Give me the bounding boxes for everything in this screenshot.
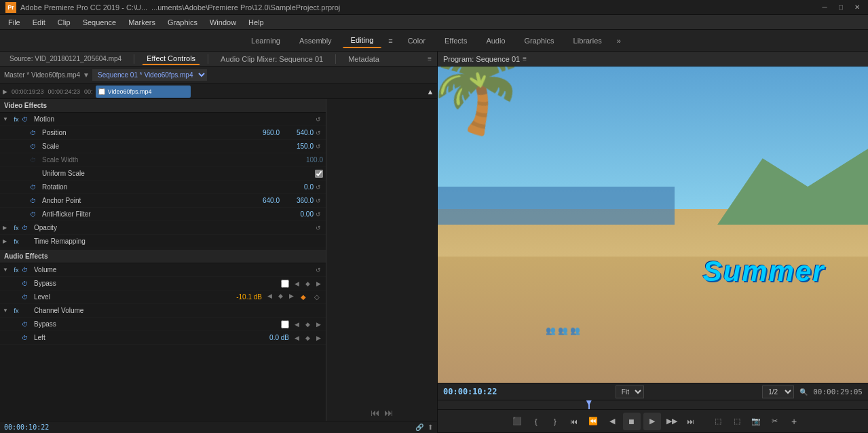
level-next-key[interactable]: ▶ [286,291,296,301]
level-keyframe-nav[interactable]: ◇ [311,291,323,303]
menu-clip[interactable]: Clip [52,17,76,28]
vol-bypass-checkbox[interactable] [281,280,289,288]
zoom-icon[interactable]: 🔍 [799,388,808,396]
ec-export-btn[interactable]: ⬆ [428,423,433,431]
vol-bypass-prev-key[interactable]: ◀ [292,279,301,288]
tab-effects[interactable]: Effects [436,34,475,48]
transport-step-back-btn[interactable]: ⏪ [585,413,601,430]
transport-add-btn[interactable]: + [791,416,797,427]
transport-mark-in-btn[interactable]: { [528,413,544,430]
ec-scroll-right-btn[interactable]: ⏭ [384,407,394,418]
metadata-tab[interactable]: Metadata [344,54,383,64]
tab-learning[interactable]: Learning [243,34,288,48]
opacity-expand[interactable]: ▶ [3,225,11,231]
close-button[interactable]: ✕ [852,2,863,13]
effect-controls-tab[interactable]: Effect Controls [143,53,200,65]
anchor-x[interactable]: 640.0 [239,197,280,204]
transport-back-btn[interactable]: ◀ [604,413,620,430]
transport-mark-out-btn[interactable]: } [547,413,563,430]
volume-reset-icon[interactable]: ↺ [314,265,323,275]
position-y[interactable]: 540.0 [280,129,314,136]
level-value[interactable]: -10.1 dB [214,293,262,301]
workspace-more-btn[interactable]: » [613,34,625,48]
transport-overwrite-btn[interactable]: ⬚ [729,413,745,430]
motion-stopwatch[interactable]: ⏱ [22,116,31,123]
scale-reset-icon[interactable]: ↺ [314,142,323,151]
ec-sequence-dropdown[interactable]: Sequence 01 * Video60fps.mp4 [92,69,207,81]
audio-mixer-tab[interactable]: Audio Clip Mixer: Sequence 01 [216,54,327,64]
menu-markers[interactable]: Markers [123,17,161,28]
transport-loop-btn[interactable]: ⬛ [509,413,525,430]
rotation-reset-icon[interactable]: ↺ [314,183,323,192]
editing-more-icon[interactable]: ≡ [384,34,396,48]
quality-dropdown[interactable]: 1/2 1/4 Full [762,385,794,398]
motion-reset-icon[interactable]: ↺ [314,115,323,124]
vol-bypass-next-key[interactable]: ▶ [314,279,323,288]
tab-color[interactable]: Color [400,34,434,48]
position-x[interactable]: 960.0 [239,129,280,136]
volume-expand[interactable]: ▼ [3,267,11,273]
menu-file[interactable]: File [3,17,26,28]
vol-bypass-stopwatch[interactable]: ⏱ [22,280,31,287]
anchor-reset-icon[interactable]: ↺ [314,196,323,206]
transport-go-in-btn[interactable]: ⏮ [566,413,582,430]
level-prev-key[interactable]: ◀ [265,291,274,301]
menu-edit[interactable]: Edit [27,17,51,28]
anchor-stopwatch[interactable]: ⏱ [30,197,39,204]
chan-bypass-next[interactable]: ▶ [314,320,323,329]
rotation-value[interactable]: 0.0 [273,183,314,191]
scale-stopwatch[interactable]: ⏱ [30,143,39,150]
menu-sequence[interactable]: Sequence [77,17,122,28]
ec-clip-visible-checkbox[interactable] [98,88,105,95]
fit-dropdown[interactable]: Fit [616,385,644,398]
menu-window[interactable]: Window [204,17,242,28]
position-stopwatch[interactable]: ⏱ [30,130,39,136]
left-value[interactable]: 0.0 dB [248,334,289,341]
left-stopwatch[interactable]: ⏱ [22,335,31,341]
left-prev-key[interactable]: ◀ [292,333,301,343]
transport-play-btn[interactable]: ▶ [643,413,661,430]
maximize-button[interactable]: □ [835,2,846,13]
chan-vol-expand[interactable]: ▼ [3,307,11,314]
program-timecode-in[interactable]: 00:00:10:22 [443,387,497,396]
uniform-scale-checkbox[interactable] [315,170,323,178]
transport-stop-btn[interactable]: ⏹ [623,413,641,430]
transport-fwd-btn[interactable]: ▶▶ [664,413,680,430]
volume-stopwatch[interactable]: ⏱ [22,267,31,274]
tab-libraries[interactable]: Libraries [565,34,610,48]
level-keyframe-add[interactable]: ◆ [297,291,309,303]
antiflicker-value[interactable]: 0.00 [273,210,314,218]
ec-scroll-up[interactable]: ▲ [423,84,437,98]
antiflicker-stopwatch[interactable]: ⏱ [30,211,39,218]
panel-menu-icon[interactable]: ≡ [428,55,432,62]
program-timeline-bar[interactable] [438,400,868,410]
tab-assembly[interactable]: Assembly [291,34,340,48]
level-stopwatch[interactable]: ⏱ [22,294,31,301]
transport-export-btn[interactable]: 📷 [748,413,764,430]
menu-graphics[interactable]: Graphics [162,17,203,28]
rotation-stopwatch[interactable]: ⏱ [30,184,39,191]
antiflicker-reset-icon[interactable]: ↺ [314,210,323,219]
transport-insert-btn[interactable]: ⬚ [710,413,726,430]
opacity-reset-icon[interactable]: ↺ [314,223,323,233]
menu-help[interactable]: Help [243,17,269,28]
scale-value[interactable]: 150.0 [273,143,314,150]
position-reset-icon[interactable]: ↺ [314,128,323,138]
vol-bypass-diamond-icon[interactable]: ◆ [303,279,312,288]
chan-bypass-checkbox[interactable] [281,320,289,328]
left-next-key[interactable]: ▶ [314,333,323,343]
minimize-button[interactable]: ─ [819,2,830,13]
transport-go-out-btn[interactable]: ⏭ [683,413,699,430]
time-remap-expand[interactable]: ▶ [3,238,11,244]
opacity-stopwatch[interactable]: ⏱ [22,225,31,231]
chan-bypass-diamond[interactable]: ◆ [303,320,312,329]
transport-trim-btn[interactable]: ✂ [767,413,783,430]
left-diamond-icon[interactable]: ◆ [303,333,312,343]
level-diamond-icon[interactable]: ◆ [276,291,285,301]
chan-bypass-stopwatch[interactable]: ⏱ [22,321,31,328]
program-menu-icon[interactable]: ≡ [523,55,527,62]
ec-link-btn[interactable]: 🔗 [415,423,423,431]
tab-graphics[interactable]: Graphics [516,34,563,48]
motion-expand-icon[interactable]: ▼ [3,116,11,122]
chan-bypass-prev[interactable]: ◀ [292,320,301,329]
